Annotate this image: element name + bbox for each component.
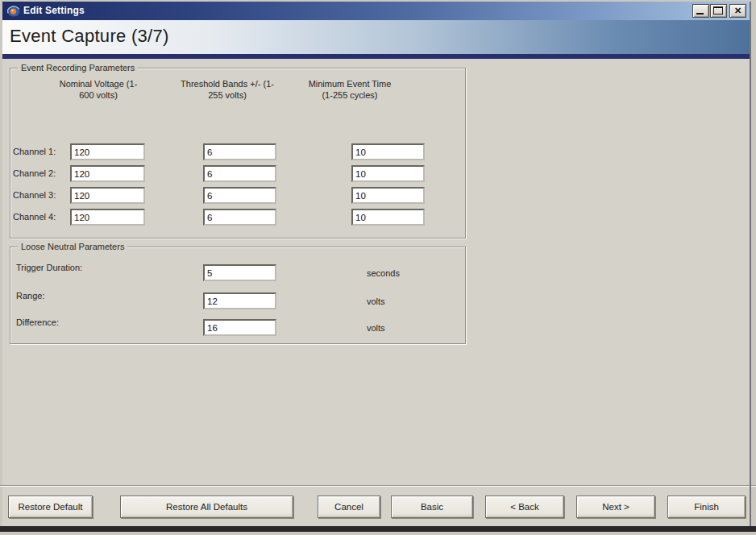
channel-3-threshold-band-input[interactable]: [203, 187, 276, 204]
channel-4-nominal-voltage-input[interactable]: [70, 209, 145, 226]
channel-3-min-event-time-input[interactable]: [351, 187, 425, 204]
channel-3-nominal-voltage-input[interactable]: [70, 187, 145, 204]
cancel-button[interactable]: Cancel: [318, 496, 380, 518]
close-icon[interactable]: ✕: [729, 4, 746, 18]
trigger-duration-label: Trigger Duration:: [16, 263, 82, 272]
difference-input[interactable]: [203, 319, 276, 336]
column-header-nominal-voltage: Nominal Voltage (1- 600 volts): [30, 78, 167, 101]
restore-default-button[interactable]: Restore Default: [8, 496, 93, 518]
channel-2-nominal-voltage-input[interactable]: [70, 165, 145, 182]
channel-1-nominal-voltage-input[interactable]: [70, 143, 145, 160]
trigger-duration-unit: seconds: [367, 268, 400, 278]
channel-2-threshold-band-input[interactable]: [203, 165, 276, 182]
basic-button[interactable]: Basic: [391, 496, 473, 518]
page-title: Event Capture (3/7): [10, 20, 169, 54]
event-recording-legend: Event Recording Parameters: [18, 63, 138, 73]
title-bar: Edit Settings ✕: [2, 2, 750, 20]
app-logo-swirl-icon: [7, 5, 20, 18]
window-title: Edit Settings: [23, 2, 85, 20]
range-label: Range:: [16, 291, 44, 301]
channel-1-label: Channel 1:: [13, 147, 56, 156]
button-bar-separator-highlight: [0, 486, 756, 487]
back-button[interactable]: < Back: [485, 496, 564, 518]
trigger-duration-input[interactable]: [203, 264, 276, 281]
finish-button[interactable]: Finish: [667, 496, 746, 518]
channel-4-label: Channel 4:: [13, 212, 56, 222]
column-header-threshold-bands: Threshold Bands +/- (1- 255 volts): [159, 78, 296, 101]
minimize-icon[interactable]: [692, 4, 709, 18]
channel-1-min-event-time-input[interactable]: [351, 143, 425, 160]
next-button[interactable]: Next >: [576, 496, 655, 518]
banner-rule: [2, 54, 750, 59]
column-header-minimum-event-time: Minimum Event Time (1-255 cycles): [281, 78, 418, 101]
wizard-banner: Event Capture (3/7): [2, 20, 750, 54]
maximize-icon[interactable]: [710, 4, 727, 18]
difference-label: Difference:: [16, 317, 59, 327]
channel-2-min-event-time-input[interactable]: [351, 165, 425, 182]
restore-all-defaults-button[interactable]: Restore All Defaults: [120, 496, 293, 518]
channel-4-min-event-time-input[interactable]: [351, 209, 425, 226]
window-right-edge: [750, 2, 751, 527]
range-unit: volts: [367, 297, 385, 306]
channel-3-label: Channel 3:: [13, 190, 56, 200]
window-bottom-edge: [0, 526, 756, 532]
channel-1-threshold-band-input[interactable]: [203, 143, 276, 160]
channel-2-label: Channel 2:: [13, 168, 56, 178]
loose-neutral-legend: Loose Neutral Parameters: [18, 242, 127, 251]
difference-unit: volts: [367, 323, 385, 333]
range-input[interactable]: [203, 292, 276, 309]
channel-4-threshold-band-input[interactable]: [203, 209, 276, 226]
